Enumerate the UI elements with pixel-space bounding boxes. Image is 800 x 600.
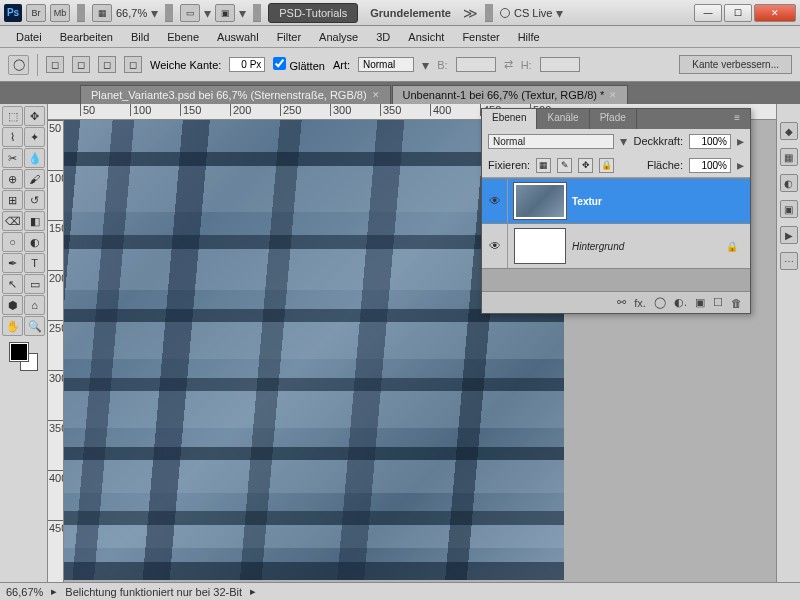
menu-fenster[interactable]: Fenster: [454, 29, 507, 45]
mask-panel-icon[interactable]: ▣: [780, 200, 798, 218]
heal-tool[interactable]: ⊕: [2, 169, 23, 189]
selection-subtract-icon[interactable]: ◻: [98, 56, 116, 73]
arrange-icon[interactable]: ▭: [180, 4, 200, 22]
tab-kanaele[interactable]: Kanäle: [537, 109, 589, 129]
layer-thumbnail[interactable]: [514, 228, 566, 264]
3d-tool[interactable]: ⬢: [2, 295, 23, 315]
lock-all-icon[interactable]: 🔒: [599, 158, 614, 173]
lock-pixels-icon[interactable]: ✎: [557, 158, 572, 173]
layer-thumbnail[interactable]: [514, 183, 566, 219]
view-extras-icon[interactable]: ▦: [92, 4, 112, 22]
ruler-vertical: 50100150200250300350400450: [48, 120, 64, 582]
blend-mode-select[interactable]: Normal: [488, 134, 614, 149]
options-bar: ◯ ◻ ◻ ◻ ◻ Weiche Kante: Glätten Art: Nor…: [0, 48, 800, 82]
adjustment-icon[interactable]: ◐.: [674, 296, 687, 309]
camera-tool[interactable]: ⌂: [24, 295, 45, 315]
delete-icon[interactable]: 🗑: [731, 297, 742, 309]
zoom-dropdown-icon[interactable]: ▾: [151, 5, 158, 21]
color-panel-icon[interactable]: ◆: [780, 122, 798, 140]
marquee-tool[interactable]: ⬚: [2, 106, 23, 126]
tab-pfade[interactable]: Pfade: [590, 109, 637, 129]
fx-icon[interactable]: fx.: [634, 297, 646, 309]
color-swatch[interactable]: [10, 343, 38, 371]
menu-ebene[interactable]: Ebene: [159, 29, 207, 45]
menu-filter[interactable]: Filter: [269, 29, 309, 45]
menu-hilfe[interactable]: Hilfe: [510, 29, 548, 45]
menu-analyse[interactable]: Analyse: [311, 29, 366, 45]
feather-label: Weiche Kante:: [150, 59, 221, 71]
blur-tool[interactable]: ○: [2, 232, 23, 252]
zoom-tool[interactable]: 🔍: [24, 316, 45, 336]
new-layer-icon[interactable]: ☐: [713, 296, 723, 309]
type-tool[interactable]: T: [24, 253, 45, 273]
lock-position-icon[interactable]: ✥: [578, 158, 593, 173]
menu-datei[interactable]: Datei: [8, 29, 50, 45]
document-tab-2[interactable]: Unbenannt-1 bei 66,7% (Textur, RGB/8) *✕: [392, 85, 629, 104]
close-button[interactable]: ✕: [754, 4, 796, 22]
adjustments-panel-icon[interactable]: ◐: [780, 174, 798, 192]
right-dock: ◆ ▦ ◐ ▣ ▶ ⋯: [776, 104, 800, 582]
crop-tool[interactable]: ✂: [2, 148, 23, 168]
visibility-icon[interactable]: 👁: [482, 224, 508, 268]
screenmode-icon[interactable]: ▣: [215, 4, 235, 22]
bridge-icon[interactable]: Br: [26, 4, 46, 22]
group-icon[interactable]: ▣: [695, 296, 705, 309]
close-icon[interactable]: ✕: [372, 90, 380, 100]
psd-tutorials-button[interactable]: PSD-Tutorials: [268, 3, 358, 23]
mask-icon[interactable]: ◯: [654, 296, 666, 309]
opacity-label: Deckkraft:: [633, 135, 683, 147]
hand-tool[interactable]: ✋: [2, 316, 23, 336]
close-icon[interactable]: ✕: [609, 90, 617, 100]
selection-add-icon[interactable]: ◻: [72, 56, 90, 73]
actions-panel-icon[interactable]: ▶: [780, 226, 798, 244]
workspace-more-icon[interactable]: ≫: [463, 5, 478, 21]
antialias-checkbox[interactable]: Glätten: [273, 57, 325, 72]
link-icon[interactable]: ⚯: [617, 296, 626, 309]
fill-input[interactable]: [689, 158, 731, 173]
minibridge-icon[interactable]: Mb: [50, 4, 70, 22]
lock-transparency-icon[interactable]: ▦: [536, 158, 551, 173]
eyedropper-tool[interactable]: 💧: [24, 148, 45, 168]
layer-textur[interactable]: 👁 Textur: [482, 179, 750, 224]
zoom-level[interactable]: 66,7%: [116, 7, 147, 19]
pen-tool[interactable]: ✒: [2, 253, 23, 273]
menu-bearbeiten[interactable]: Bearbeiten: [52, 29, 121, 45]
statusbar: 66,67% ▸ Belichtung funktioniert nur bei…: [0, 582, 800, 600]
move-tool[interactable]: ✥: [24, 106, 45, 126]
menu-bild[interactable]: Bild: [123, 29, 157, 45]
layer-hintergrund[interactable]: 👁 Hintergrund 🔒: [482, 224, 750, 269]
path-tool[interactable]: ↖: [2, 274, 23, 294]
lasso-tool[interactable]: ⌇: [2, 127, 23, 147]
history-brush-tool[interactable]: ↺: [24, 190, 45, 210]
gradient-tool[interactable]: ◧: [24, 211, 45, 231]
fill-label: Fläche:: [647, 159, 683, 171]
cs-live-button[interactable]: CS Live: [514, 7, 553, 19]
opacity-input[interactable]: [689, 134, 731, 149]
extra-panel-icon[interactable]: ⋯: [780, 252, 798, 270]
current-tool-icon[interactable]: ◯: [8, 55, 29, 75]
swatches-panel-icon[interactable]: ▦: [780, 148, 798, 166]
lock-icon: 🔒: [726, 241, 750, 252]
wand-tool[interactable]: ✦: [24, 127, 45, 147]
menu-3d[interactable]: 3D: [368, 29, 398, 45]
panel-menu-icon[interactable]: ≡: [724, 109, 750, 129]
tab-ebenen[interactable]: Ebenen: [482, 109, 537, 129]
maximize-button[interactable]: ☐: [724, 4, 752, 22]
style-select[interactable]: Normal: [358, 57, 414, 72]
workspace-button[interactable]: Grundelemente: [362, 4, 459, 22]
menu-ansicht[interactable]: Ansicht: [400, 29, 452, 45]
eraser-tool[interactable]: ⌫: [2, 211, 23, 231]
minimize-button[interactable]: —: [694, 4, 722, 22]
feather-input[interactable]: [229, 57, 265, 72]
document-tab-1[interactable]: Planet_Variante3.psd bei 66,7% (Sternens…: [80, 85, 391, 104]
refine-edge-button[interactable]: Kante verbessern...: [679, 55, 792, 74]
shape-tool[interactable]: ▭: [24, 274, 45, 294]
dodge-tool[interactable]: ◐: [24, 232, 45, 252]
brush-tool[interactable]: 🖌: [24, 169, 45, 189]
selection-new-icon[interactable]: ◻: [46, 56, 64, 73]
stamp-tool[interactable]: ⊞: [2, 190, 23, 210]
visibility-icon[interactable]: 👁: [482, 179, 508, 223]
selection-intersect-icon[interactable]: ◻: [124, 56, 142, 73]
menu-auswahl[interactable]: Auswahl: [209, 29, 267, 45]
status-zoom[interactable]: 66,67%: [6, 586, 43, 598]
